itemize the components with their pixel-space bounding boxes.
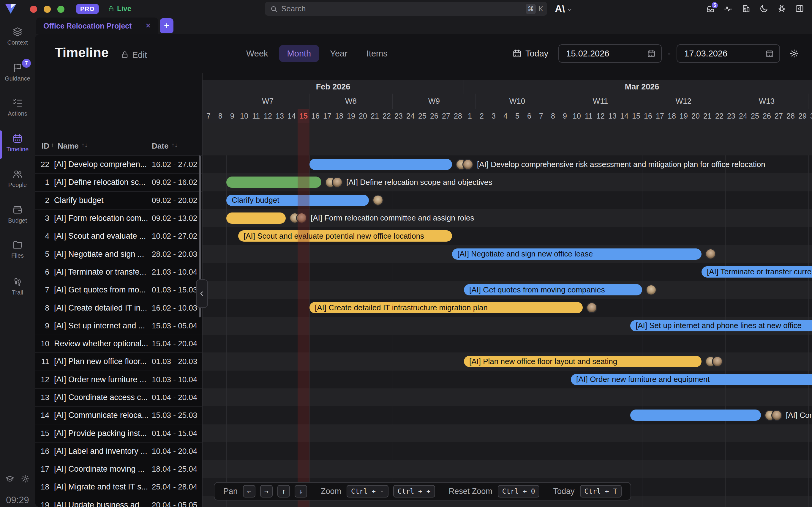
table-row[interactable]: 4[AI] Scout and evaluate ...10.02 - 27.0… [35,227,202,245]
avatar[interactable] [771,410,782,421]
minimize-window-button[interactable] [44,6,51,13]
view-tab-items[interactable]: Items [359,45,395,62]
task-bar[interactable] [630,409,761,421]
task-bar[interactable]: [AI] Order new furniture and equipment [571,374,812,385]
table-row[interactable]: 10Review whether optional...15.04 - 20.0… [35,335,202,352]
activity-icon[interactable] [724,4,733,13]
table-row[interactable]: 8[AI] Create detailed IT in...16.02 - 10… [35,299,202,317]
day-cell: 23 [725,109,737,123]
sidebar-item-context[interactable]: Context [0,26,35,46]
table-row[interactable]: 7[AI] Get quotes from mo...01.03 - 15.03 [35,281,202,299]
table-row[interactable]: 5[AI] Negotiate and sign ...28.02 - 20.0… [35,245,202,263]
task-bar[interactable]: [AI] Create detailed IT infrastructure m… [309,302,583,313]
view-tab-year[interactable]: Year [322,45,356,62]
moon-icon[interactable] [759,4,769,13]
new-tab-button[interactable]: + [160,18,174,33]
pane-collapse-handle[interactable] [196,279,208,308]
close-tab-icon[interactable]: ✕ [145,22,151,30]
zoom-out-shortcut[interactable]: Ctrl + - [347,485,388,498]
table-row[interactable]: 18[AI] Migrate and test IT s...25.04 - 2… [35,478,202,496]
table-row[interactable]: 1[AI] Define relocation sc...09.02 - 16.… [35,173,202,191]
sidebar-item-people[interactable]: People [0,169,35,188]
settings-icon[interactable] [21,474,30,483]
table-row[interactable]: 9[AI] Set up internet and ...15.03 - 05.… [35,317,202,335]
pan-up-button[interactable]: ↑ [277,485,290,498]
edit-button[interactable]: Edit [132,50,147,60]
task-bar[interactable]: [AI] Set up internet and phone lines at … [630,320,812,331]
inbox-icon[interactable]: 5 [706,4,715,13]
sidebar-item-guidance[interactable]: 7Guidance [0,62,35,82]
maximize-window-button[interactable] [57,6,64,13]
bug-icon[interactable] [777,4,787,13]
avatar[interactable] [332,177,343,188]
sidebar-item-actions[interactable]: Actions [0,98,35,117]
task-bar[interactable]: [AI] Terminate or transfer current o [701,266,812,278]
sidebar-item-trail[interactable]: Trail [0,276,35,296]
day-cell-today: 15 [298,109,309,123]
building-icon[interactable] [741,4,751,13]
sidebar-item-timeline[interactable]: Timeline [0,133,35,153]
sidebar-item-label: Guidance [0,75,35,82]
calendar-icon[interactable] [647,49,656,58]
pan-right-button[interactable]: → [260,485,273,498]
today-shortcut[interactable]: Ctrl + T [580,485,622,498]
table-row[interactable]: 3[AI] Form relocation com...09.02 - 13.0… [35,209,202,227]
learn-icon[interactable] [5,474,14,483]
task-id: 14 [35,406,49,424]
table-row[interactable]: 12[AI] Order new furniture ...10.03 - 10… [35,371,202,388]
sidebar-item-budget[interactable]: Budget [0,205,35,224]
view-tab-month[interactable]: Month [279,45,319,62]
view-tab-week[interactable]: Week [238,45,276,62]
sidebar-item-files[interactable]: Files [0,239,35,259]
sort-asc-icon[interactable]: ↑ [51,142,54,149]
task-bar[interactable]: [AI] Get quotes from moving companies [464,284,642,295]
task-bar[interactable]: [AI] Negotiate and sign new office lease [452,248,701,260]
table-row[interactable]: 17[AI] Coordinate moving ...18.04 - 25.0… [35,460,202,478]
content-area: ID ↑ Name ↑↓ Date ↑↓ 22[AI] Develop comp… [35,73,812,507]
window-controls [30,6,64,13]
pan-down-button[interactable]: ↓ [295,485,307,498]
pan-left-button[interactable]: ← [243,485,255,498]
avatar[interactable] [646,284,657,295]
task-bar[interactable]: [AI] Scout and evaluate potential new of… [238,230,452,242]
panel-icon[interactable] [795,4,804,13]
day-cell: 11 [250,109,262,123]
avatar[interactable] [462,159,474,170]
table-row[interactable]: 13[AI] Coordinate access c...01.04 - 20.… [35,388,202,406]
reset-zoom-shortcut[interactable]: Ctrl + 0 [498,485,540,498]
task-id: 7 [35,281,49,299]
table-row[interactable]: 14[AI] Communicate reloca...15.03 - 25.0… [35,406,202,424]
avatar[interactable] [712,356,723,367]
sort-icon[interactable]: ↑↓ [171,142,178,149]
today-button[interactable]: Today [512,49,548,59]
column-name[interactable]: Name [58,142,79,151]
day-cell: 22 [381,109,393,123]
task-bar[interactable] [309,159,452,170]
avatar[interactable] [705,248,716,260]
column-id[interactable]: ID [42,142,49,151]
date-from-input[interactable]: 15.02.2026 [558,44,662,63]
close-window-button[interactable] [30,6,37,13]
task-bar[interactable]: [AI] Plan new office floor layout and se… [464,356,701,367]
table-row[interactable]: 6[AI] Terminate or transfe...21.03 - 10.… [35,263,202,281]
zoom-in-shortcut[interactable]: Ctrl + + [393,485,435,498]
avatar[interactable] [372,195,383,206]
week-gridline [393,156,393,507]
table-row[interactable]: 22[AI] Develop comprehen...16.02 - 27.02 [35,156,202,173]
table-row[interactable]: 2Clarify budget09.02 - 20.02 [35,191,202,209]
date-to-input[interactable]: 17.03.2026 [677,44,780,63]
table-row[interactable]: 11[AI] Plan new office floor...01.03 - 2… [35,352,202,370]
calendar-icon[interactable] [765,49,774,58]
column-date[interactable]: Date [152,142,169,151]
ai-model-selector[interactable]: A\ [555,3,572,14]
avatar[interactable] [586,302,597,313]
table-row[interactable]: 15[AI] Provide packing inst...01.04 - 15… [35,424,202,442]
table-row[interactable]: 16[AI] Label and inventory ...10.04 - 20… [35,442,202,460]
tab-office-relocation-project[interactable]: Office Relocation Project ✕ [36,17,158,34]
timeline-settings-icon[interactable] [790,49,799,58]
search-input[interactable]: Search ⌘ K [265,2,547,16]
table-row[interactable]: 19[AI] Update business ad...20.04 - 05.0… [35,496,202,507]
sort-icon[interactable]: ↑↓ [81,142,87,149]
task-bar[interactable] [226,213,286,224]
task-id: 18 [35,478,49,496]
